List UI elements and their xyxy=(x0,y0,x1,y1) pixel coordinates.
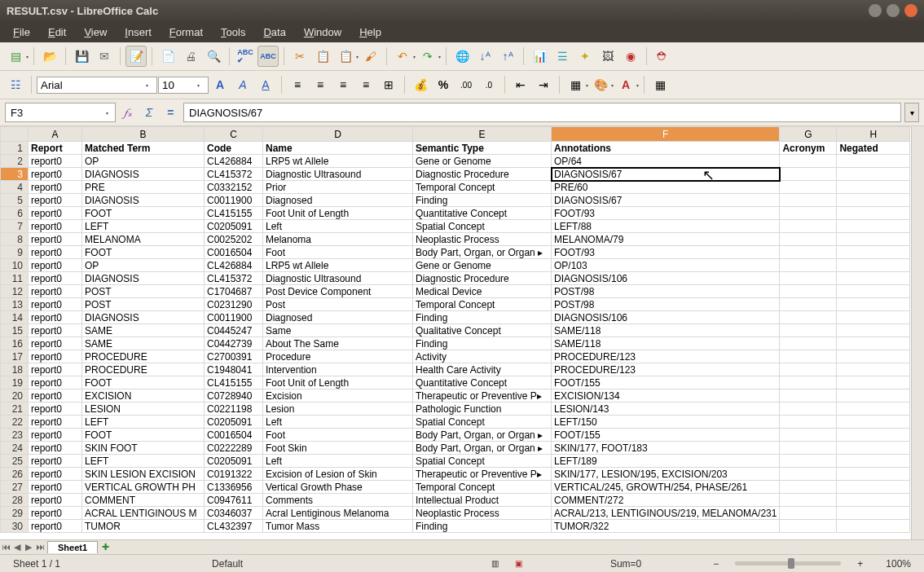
cell-A1[interactable]: Report xyxy=(29,142,82,155)
cell-G30[interactable] xyxy=(780,520,837,533)
cell-C1[interactable]: Code xyxy=(205,142,263,155)
cell-F29[interactable]: ACRAL/213, LENTIGINOUS/219, MELANOMA/231 xyxy=(552,507,780,520)
row-header-13[interactable]: 13 xyxy=(1,298,29,311)
cell-A26[interactable]: report0 xyxy=(29,468,82,481)
align-right-icon[interactable]: ≡ xyxy=(332,74,354,95)
percent-icon[interactable]: % xyxy=(433,74,454,95)
row-header-18[interactable]: 18 xyxy=(1,363,29,376)
menu-file[interactable]: File xyxy=(5,23,38,42)
cell-H19[interactable] xyxy=(837,376,910,389)
function-wizard-icon[interactable]: 𝑓ₓ xyxy=(118,103,138,121)
menu-view[interactable]: View xyxy=(76,23,115,42)
col-header-E[interactable]: E xyxy=(413,127,552,142)
cell-H29[interactable] xyxy=(837,507,910,520)
cell-F20[interactable]: EXCISION/134 xyxy=(552,389,780,403)
tab-prev-icon[interactable]: ◀ xyxy=(11,542,23,552)
cell-G6[interactable] xyxy=(780,207,837,220)
font-name-combo[interactable] xyxy=(37,77,157,94)
cell-F15[interactable]: SAME/118 xyxy=(552,324,780,337)
cell-G21[interactable] xyxy=(780,403,837,416)
cell-A21[interactable]: report0 xyxy=(29,403,82,416)
cell-H5[interactable] xyxy=(837,194,910,207)
cell-B10[interactable]: OP xyxy=(82,259,205,272)
row-header-9[interactable]: 9 xyxy=(1,246,29,259)
cell-C15[interactable]: C0445247 xyxy=(205,324,263,337)
filter-icon[interactable]: ☰ xyxy=(552,46,573,67)
print-preview-icon[interactable]: 🔍 xyxy=(203,46,224,67)
cell-F23[interactable]: FOOT/155 xyxy=(552,429,780,442)
row-header-3[interactable]: 3 xyxy=(1,168,29,181)
cell-E15[interactable]: Qualitative Concept xyxy=(413,324,552,337)
cell-G2[interactable] xyxy=(780,155,837,168)
cell-E30[interactable]: Finding xyxy=(413,520,552,533)
email-icon[interactable]: ✉ xyxy=(94,46,115,67)
cell-G22[interactable] xyxy=(780,416,837,429)
cell-C28[interactable]: C0947611 xyxy=(205,494,263,507)
cell-G17[interactable] xyxy=(780,350,837,363)
cell-H28[interactable] xyxy=(837,494,910,507)
cell-B24[interactable]: SKIN FOOT xyxy=(82,442,205,455)
cell-H30[interactable] xyxy=(837,520,910,533)
italic-icon[interactable]: A xyxy=(232,74,253,95)
cell-H4[interactable] xyxy=(837,181,910,194)
cell-F4[interactable]: PRE/60 xyxy=(552,181,780,194)
autospell-icon[interactable]: ABC xyxy=(257,46,279,67)
cell-C27[interactable]: C1336956 xyxy=(205,481,263,494)
cell-E21[interactable]: Pathologic Function xyxy=(413,403,552,416)
cell-G26[interactable] xyxy=(780,468,837,481)
row-header-29[interactable]: 29 xyxy=(1,507,29,520)
cell-A16[interactable]: report0 xyxy=(29,337,82,350)
menu-format[interactable]: Format xyxy=(161,23,211,42)
cell-B27[interactable]: VERTICAL GROWTH PH xyxy=(82,481,205,494)
cell-E8[interactable]: Neoplastic Process xyxy=(413,233,552,246)
cell-H6[interactable] xyxy=(837,207,910,220)
cell-F3[interactable]: DIAGNOSIS/67 xyxy=(552,168,780,181)
cell-B3[interactable]: DIAGNOSIS xyxy=(82,168,205,181)
cell-A10[interactable]: report0 xyxy=(29,259,82,272)
cell-D3[interactable]: Diagnostic Ultrasound xyxy=(263,168,413,181)
cell-G18[interactable] xyxy=(780,363,837,376)
row-header-23[interactable]: 23 xyxy=(1,429,29,442)
cell-B19[interactable]: FOOT xyxy=(82,376,205,389)
cell-B11[interactable]: DIAGNOSIS xyxy=(82,272,205,285)
cell-A25[interactable]: report0 xyxy=(29,455,82,468)
close-button[interactable] xyxy=(904,4,917,17)
new-icon[interactable]: ▤ xyxy=(5,46,26,67)
cell-F28[interactable]: COMMENT/272 xyxy=(552,494,780,507)
cell-B5[interactable]: DIAGNOSIS xyxy=(82,194,205,207)
cell-G11[interactable] xyxy=(780,272,837,285)
cell-C5[interactable]: C0011900 xyxy=(205,194,263,207)
cell-E9[interactable]: Body Part, Organ, or Organ ▸ xyxy=(413,246,552,259)
cell-F25[interactable]: LEFT/189 xyxy=(552,455,780,468)
row-header-27[interactable]: 27 xyxy=(1,481,29,494)
cell-B30[interactable]: TUMOR xyxy=(82,520,205,533)
zoom-slider[interactable] xyxy=(735,561,841,565)
cell-E10[interactable]: Gene or Genome xyxy=(413,259,552,272)
cell-G1[interactable]: Acronym xyxy=(780,142,837,155)
cell-D7[interactable]: Left xyxy=(263,220,413,233)
cell-E13[interactable]: Temporal Concept xyxy=(413,298,552,311)
cell-D9[interactable]: Foot xyxy=(263,246,413,259)
cell-C25[interactable]: C0205091 xyxy=(205,455,263,468)
cell-B18[interactable]: PROCEDURE xyxy=(82,363,205,376)
cell-G5[interactable] xyxy=(780,194,837,207)
cell-H11[interactable] xyxy=(837,272,910,285)
cell-D10[interactable]: LRP5 wt Allele xyxy=(263,259,413,272)
cell-F14[interactable]: DIAGNOSIS/106 xyxy=(552,311,780,324)
row-header-8[interactable]: 8 xyxy=(1,233,29,246)
cell-A23[interactable]: report0 xyxy=(29,429,82,442)
align-justify-icon[interactable]: ≡ xyxy=(355,74,376,95)
cell-A29[interactable]: report0 xyxy=(29,507,82,520)
cell-B2[interactable]: OP xyxy=(82,155,205,168)
col-header-C[interactable]: C xyxy=(205,127,263,142)
cell-E24[interactable]: Body Part, Organ, or Organ ▸ xyxy=(413,442,552,455)
cell-B14[interactable]: DIAGNOSIS xyxy=(82,311,205,324)
cell-H17[interactable] xyxy=(837,350,910,363)
cell-D26[interactable]: Excision of Lesion of Skin xyxy=(263,468,413,481)
chart-icon[interactable]: 📊 xyxy=(529,46,550,67)
maximize-button[interactable] xyxy=(887,4,900,17)
cell-H8[interactable] xyxy=(837,233,910,246)
save-icon[interactable]: 💾 xyxy=(71,46,92,67)
cell-F9[interactable]: FOOT/93 xyxy=(552,246,780,259)
cell-H9[interactable] xyxy=(837,246,910,259)
